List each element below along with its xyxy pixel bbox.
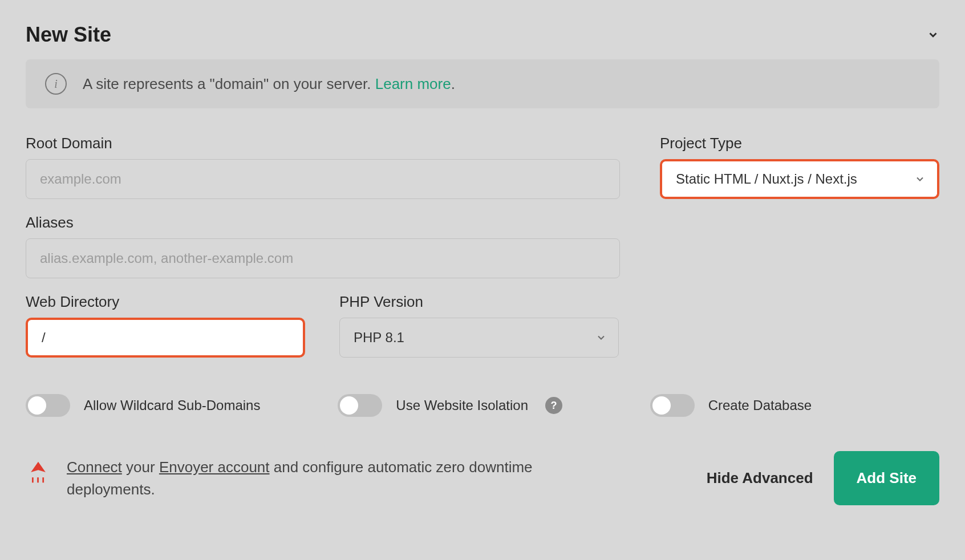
isolation-toggle[interactable] <box>338 394 382 417</box>
form-grid: Root Domain Aliases Web Directory PHP Ve… <box>26 135 939 358</box>
wildcard-label: Allow Wildcard Sub-Domains <box>84 397 260 413</box>
project-type-highlight: Static HTML / Nuxt.js / Next.js <box>660 159 939 199</box>
envoyer-account-link[interactable]: Envoyer account <box>159 458 270 476</box>
info-text-prefix: A site represents a "domain" on your ser… <box>83 75 375 92</box>
web-directory-input[interactable] <box>28 320 303 355</box>
project-type-value: Static HTML / Nuxt.js / Next.js <box>676 171 857 187</box>
chevron-down-icon <box>914 173 926 185</box>
panel-header: New Site <box>26 23 939 47</box>
aliases-label: Aliases <box>26 214 620 232</box>
php-version-label: PHP Version <box>339 293 619 311</box>
footer-actions: Hide Advanced Add Site <box>707 451 939 505</box>
info-period: . <box>451 75 455 92</box>
project-type-field: Project Type Static HTML / Nuxt.js / Nex… <box>660 135 939 358</box>
web-directory-field: Web Directory <box>26 293 305 358</box>
isolation-label: Use Website Isolation <box>396 397 528 413</box>
envoyer-text: Connect your Envoyer account and configu… <box>67 456 580 501</box>
info-icon: i <box>45 73 67 95</box>
php-version-value: PHP 8.1 <box>354 330 404 346</box>
collapse-chevron-icon[interactable] <box>927 29 939 41</box>
panel-title: New Site <box>26 23 111 47</box>
svg-rect-0 <box>32 477 34 482</box>
php-version-select[interactable]: PHP 8.1 <box>339 318 619 358</box>
toggle-row: Allow Wildcard Sub-Domains Use Website I… <box>26 394 939 417</box>
root-domain-input[interactable] <box>26 159 620 199</box>
svg-rect-1 <box>37 477 39 482</box>
left-column: Root Domain Aliases Web Directory PHP Ve… <box>26 135 620 358</box>
info-banner: i A site represents a "domain" on your s… <box>26 59 939 108</box>
svg-rect-2 <box>42 477 44 482</box>
aliases-field: Aliases <box>26 214 620 278</box>
webdir-php-row: Web Directory PHP Version PHP 8.1 <box>26 293 620 358</box>
hide-advanced-button[interactable]: Hide Advanced <box>707 469 813 487</box>
toggle-create-db: Create Database <box>650 394 939 417</box>
envoyer-block: Connect your Envoyer account and configu… <box>26 456 580 501</box>
project-type-select[interactable]: Static HTML / Nuxt.js / Next.js <box>662 161 937 197</box>
new-site-panel: New Site i A site represents a "domain" … <box>26 23 939 505</box>
toggle-wildcard: Allow Wildcard Sub-Domains <box>26 394 315 417</box>
toggle-isolation: Use Website Isolation ? <box>338 394 627 417</box>
create-db-toggle[interactable] <box>650 394 695 417</box>
web-directory-highlight <box>26 318 305 358</box>
envoyer-icon <box>26 460 51 485</box>
help-icon[interactable]: ? <box>545 397 562 414</box>
connect-link[interactable]: Connect <box>67 458 122 476</box>
project-type-label: Project Type <box>660 135 939 152</box>
php-version-field: PHP Version PHP 8.1 <box>339 293 619 358</box>
add-site-button[interactable]: Add Site <box>834 451 939 505</box>
chevron-down-icon <box>595 332 607 343</box>
root-domain-field: Root Domain <box>26 135 620 199</box>
web-directory-label: Web Directory <box>26 293 305 311</box>
envoyer-mid1: your <box>122 458 159 476</box>
root-domain-label: Root Domain <box>26 135 620 152</box>
create-db-label: Create Database <box>708 397 812 413</box>
learn-more-link[interactable]: Learn more <box>375 75 451 92</box>
wildcard-toggle[interactable] <box>26 394 70 417</box>
aliases-input[interactable] <box>26 238 620 278</box>
info-text: A site represents a "domain" on your ser… <box>83 75 455 93</box>
footer-row: Connect your Envoyer account and configu… <box>26 451 939 505</box>
